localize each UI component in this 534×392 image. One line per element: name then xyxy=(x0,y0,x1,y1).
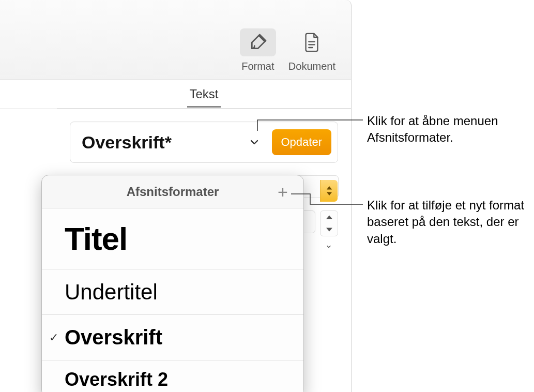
annotation-add-style: Klik for at tilføje et nyt format basere… xyxy=(367,197,532,247)
annotation-open-menu: Klik for at åbne menuen Afsnitsformater. xyxy=(367,113,532,146)
